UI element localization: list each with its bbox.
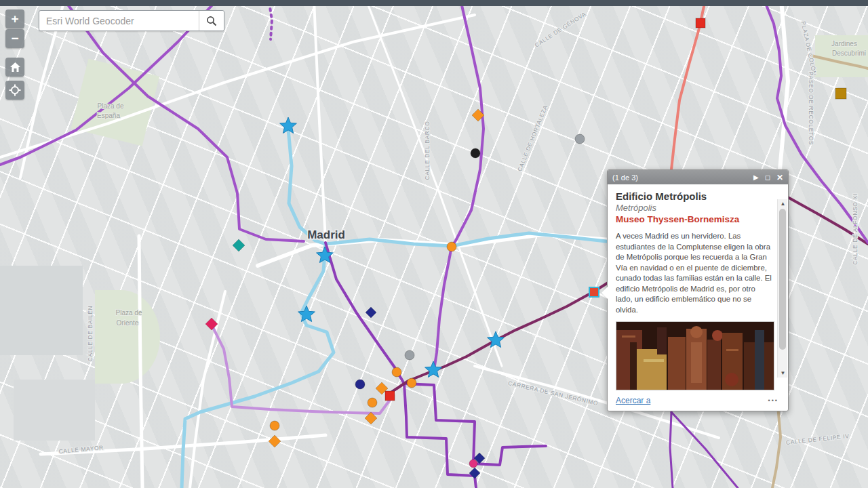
map-label: CALLE DEL BARCO [424, 121, 431, 180]
popup-pager: (1 de 3) [612, 174, 638, 182]
map-label: CALLE DE HORTALEZA [516, 104, 549, 173]
city-label: Madrid [307, 228, 345, 241]
map-marker-circle[interactable] [575, 134, 585, 144]
map-route[interactable] [326, 243, 476, 488]
map-route[interactable] [772, 405, 781, 488]
search-button[interactable] [199, 11, 224, 30]
popup-scrollbar[interactable]: ▲ ▼ [777, 199, 787, 378]
map-marker-diamond[interactable] [269, 435, 281, 447]
map-route[interactable] [269, 3, 272, 39]
map-application: MadridPlaza deEspañaPlaza deOrienteJardi… [0, 0, 868, 488]
map-marker-star[interactable] [298, 306, 315, 322]
popup-content: Edificio Metrópolis Metrópolis Museo Thy… [608, 184, 788, 394]
popup-title: Edificio Metrópolis [616, 190, 773, 202]
locate-icon [9, 84, 21, 96]
popup-header: (1 de 3) ▶ ◻ ✕ [608, 170, 788, 184]
popup-maximize-button[interactable]: ◻ [765, 174, 770, 181]
map-marker-circle[interactable] [469, 460, 477, 468]
popup-attachment-image[interactable] [616, 321, 774, 390]
scroll-up-arrow[interactable]: ▲ [778, 199, 788, 208]
map-marker-circle[interactable] [368, 398, 377, 407]
base-street [0, 15, 475, 157]
map-marker-star[interactable] [425, 361, 442, 378]
map-marker-circle[interactable] [407, 378, 416, 388]
map-label: CARRERA DE SAN JERÓNIMO [507, 380, 599, 407]
map-marker-diamond[interactable] [233, 239, 245, 251]
map-label: Jardines [831, 40, 857, 47]
zoom-in-button[interactable]: + [5, 9, 24, 28]
map-label: Plaza de [116, 309, 142, 317]
metropolis-painting [616, 322, 774, 390]
map-marker-square[interactable] [835, 88, 846, 99]
popup-body-text: A veces Madrid es un hervidero. Las estu… [616, 231, 773, 315]
home-icon [9, 62, 21, 73]
minus-icon: − [11, 31, 18, 46]
base-street [366, 0, 502, 366]
plus-icon: + [11, 12, 18, 26]
popup-footer: Acercar a ••• [608, 394, 788, 411]
map-label: Descubrimi [832, 49, 866, 57]
map-label: CALLE DE ALFONSO XI [852, 193, 859, 264]
base-street [314, 0, 326, 241]
map-marker-square[interactable] [385, 391, 395, 401]
map-marker-circle[interactable] [392, 367, 401, 377]
map-route[interactable] [811, 56, 868, 68]
base-street [190, 291, 225, 488]
home-button[interactable] [5, 58, 24, 77]
map-label: España [97, 112, 120, 119]
map-marker-circle[interactable] [405, 350, 414, 360]
scroll-down-arrow[interactable]: ▼ [778, 369, 788, 378]
top-bar [0, 0, 868, 6]
map-label: PLAZA DE COLÓN [800, 20, 818, 76]
feature-popup: (1 de 3) ▶ ◻ ✕ Edificio Metrópolis Metró… [607, 169, 789, 411]
map-route[interactable] [671, 412, 738, 488]
map-route[interactable] [434, 5, 484, 370]
zoom-out-button[interactable]: − [5, 29, 24, 48]
popup-next-button[interactable]: ▶ [753, 174, 759, 181]
map-route[interactable] [182, 244, 334, 488]
scroll-thumb[interactable] [779, 209, 786, 350]
map-marker-square[interactable] [589, 287, 599, 297]
map-marker-circle[interactable] [355, 380, 365, 389]
locate-button[interactable] [5, 81, 24, 100]
popup-close-button[interactable]: ✕ [776, 174, 783, 182]
map-marker-square[interactable] [696, 18, 705, 28]
map-label: CALLE DE GÉNOVA [534, 10, 587, 48]
zoom-to-link[interactable]: Acercar a [616, 396, 650, 405]
map-label: Oriente [117, 319, 139, 327]
map-marker-circle[interactable] [270, 421, 279, 430]
map-marker-circle[interactable] [447, 242, 456, 251]
search-box [39, 10, 224, 31]
map-label: CALLE DE FELIPE IV [785, 432, 849, 446]
map-route[interactable] [404, 384, 546, 465]
search-input[interactable] [39, 11, 199, 30]
map-marker-circle[interactable] [471, 148, 480, 158]
popup-museum-name: Museo Thyssen-Bornemisza [616, 214, 773, 224]
popup-subtitle: Metrópolis [616, 203, 773, 213]
map-marker-diamond[interactable] [366, 307, 376, 318]
search-icon [206, 16, 217, 26]
popup-more-button[interactable]: ••• [768, 397, 778, 404]
map-label: Plaza de [98, 102, 124, 110]
map-label: CALLE DE BAILÉN [87, 306, 94, 362]
map-label: PASEO DE RECOLETOS [808, 72, 814, 145]
